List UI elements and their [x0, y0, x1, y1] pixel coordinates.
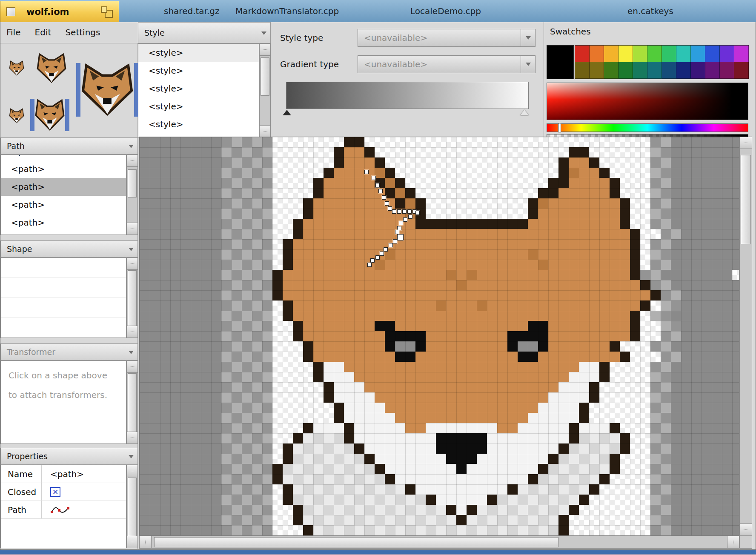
swatch[interactable] — [619, 46, 633, 62]
color-field[interactable] — [547, 83, 748, 120]
gradient-stop-marker[interactable] — [520, 110, 529, 115]
path-control-point[interactable] — [407, 209, 412, 214]
swatch[interactable] — [676, 46, 691, 62]
fox-icon-preview-32-selected[interactable] — [30, 99, 69, 131]
properties-panel-header[interactable]: Properties — [0, 448, 138, 465]
scrollbar-thumb[interactable] — [128, 270, 137, 326]
selected-path-control-point[interactable] — [397, 234, 404, 240]
style-list-item[interactable]: <style> — [138, 44, 259, 62]
swatch[interactable] — [575, 62, 590, 79]
swatch[interactable] — [647, 46, 662, 62]
path-control-point[interactable] — [403, 217, 407, 222]
path-control-point[interactable] — [408, 215, 412, 219]
swatch[interactable] — [647, 62, 662, 79]
path-list-item[interactable]: <path> — [1, 178, 126, 196]
scroll-right-button[interactable] — [727, 536, 739, 548]
path-control-point[interactable] — [385, 201, 389, 206]
path-control-point[interactable] — [393, 239, 397, 243]
scroll-up-button[interactable] — [127, 361, 137, 373]
swatch[interactable] — [662, 46, 676, 62]
path-list-item-clipped[interactable]: <path> — [1, 155, 126, 160]
gradient-preview-bar[interactable] — [286, 82, 529, 109]
transformer-scrollbar[interactable] — [126, 360, 138, 444]
hue-slider-handle[interactable] — [558, 123, 561, 132]
canvas-viewport[interactable] — [139, 137, 739, 536]
canvas-horizontal-scrollbar[interactable] — [139, 536, 739, 549]
path-control-point[interactable] — [392, 209, 396, 214]
background-window-tab[interactable]: MarkdownTranslator.cpp — [235, 0, 339, 22]
style-list-item[interactable]: <style> — [138, 115, 259, 133]
swatch[interactable] — [590, 62, 604, 79]
path-control-point[interactable] — [395, 230, 399, 234]
path-control-point[interactable] — [402, 209, 407, 214]
hue-slider[interactable] — [547, 123, 748, 132]
scroll-up-button[interactable] — [740, 137, 752, 149]
style-type-dropdown[interactable]: <unavailable> — [358, 29, 536, 47]
path-list[interactable]: <path><path><path><path><path> — [0, 154, 126, 235]
swatch[interactable] — [691, 62, 705, 79]
scroll-up-button[interactable] — [127, 258, 137, 270]
swatch[interactable] — [720, 46, 734, 62]
path-list-item[interactable]: <path> — [1, 196, 126, 214]
menu-edit[interactable]: Edit — [29, 22, 57, 43]
scroll-down-button[interactable] — [740, 524, 752, 535]
swatch[interactable] — [604, 46, 619, 62]
scrollbar-thumb[interactable] — [741, 155, 751, 244]
swatch[interactable] — [633, 62, 647, 79]
swatch[interactable] — [734, 46, 749, 62]
scrollbar-thumb[interactable] — [128, 478, 137, 536]
shape-list[interactable] — [0, 257, 126, 338]
swatch[interactable] — [705, 46, 720, 62]
swatch[interactable] — [604, 62, 619, 79]
swatch[interactable] — [691, 46, 705, 62]
scrollbar-thumb[interactable] — [128, 169, 137, 197]
swatch[interactable] — [633, 46, 647, 62]
path-control-point[interactable] — [382, 195, 386, 200]
path-control-point[interactable] — [364, 170, 369, 174]
style-list-item[interactable]: <style> — [138, 97, 259, 115]
closed-checkbox[interactable]: ✕ — [50, 487, 60, 497]
style-list-item[interactable]: <style> — [138, 80, 259, 97]
scroll-down-button[interactable] — [127, 536, 137, 548]
scroll-down-button[interactable] — [127, 223, 137, 235]
swatch[interactable] — [734, 62, 749, 79]
path-list-item[interactable]: <path> — [1, 214, 126, 232]
path-control-point[interactable] — [388, 206, 392, 211]
path-control-point[interactable] — [389, 243, 393, 247]
path-control-point[interactable] — [375, 183, 380, 187]
swatch[interactable] — [619, 62, 633, 79]
scrollbar-thumb[interactable] — [128, 373, 137, 432]
path-control-point[interactable] — [380, 252, 384, 256]
path-list-scrollbar[interactable] — [126, 154, 138, 235]
path-control-point[interactable] — [399, 221, 403, 225]
swatch[interactable] — [662, 62, 676, 79]
path-control-point[interactable] — [375, 255, 380, 260]
style-panel-header[interactable]: Style — [138, 22, 271, 43]
close-button-icon[interactable] — [6, 7, 15, 16]
scroll-left-button[interactable] — [140, 536, 152, 548]
scroll-down-button[interactable] — [127, 326, 137, 338]
swatch[interactable] — [705, 62, 720, 79]
scroll-down-button[interactable] — [260, 125, 270, 137]
path-control-point[interactable] — [397, 226, 401, 230]
background-window-tab[interactable]: shared.tar.gz — [164, 0, 220, 22]
properties-scrollbar[interactable] — [126, 465, 138, 548]
path-control-point[interactable] — [378, 189, 383, 193]
background-window-tab[interactable]: LocaleDemo.cpp — [410, 0, 481, 22]
path-panel-header[interactable]: Path — [0, 137, 138, 154]
background-window-tab[interactable]: en.catkeys — [627, 0, 673, 22]
style-list-scrollbar[interactable] — [259, 43, 271, 137]
path-control-point[interactable] — [367, 263, 372, 267]
fox-icon-preview-64-selected[interactable] — [76, 63, 138, 117]
path-control-point[interactable] — [370, 258, 375, 263]
gradient-type-dropdown[interactable]: <unavailable> — [358, 55, 536, 73]
swatch[interactable] — [720, 62, 734, 79]
shape-panel-header[interactable]: Shape — [0, 240, 138, 257]
scroll-up-button[interactable] — [260, 44, 270, 56]
transformer-panel-header[interactable]: Transformer — [0, 343, 138, 360]
property-value[interactable]: <path> — [42, 469, 84, 479]
canvas-vertical-scrollbar[interactable] — [739, 137, 752, 536]
gradient-stop-marker[interactable] — [283, 110, 291, 115]
current-color-swatch[interactable] — [547, 45, 574, 79]
path-control-point[interactable] — [372, 176, 376, 180]
